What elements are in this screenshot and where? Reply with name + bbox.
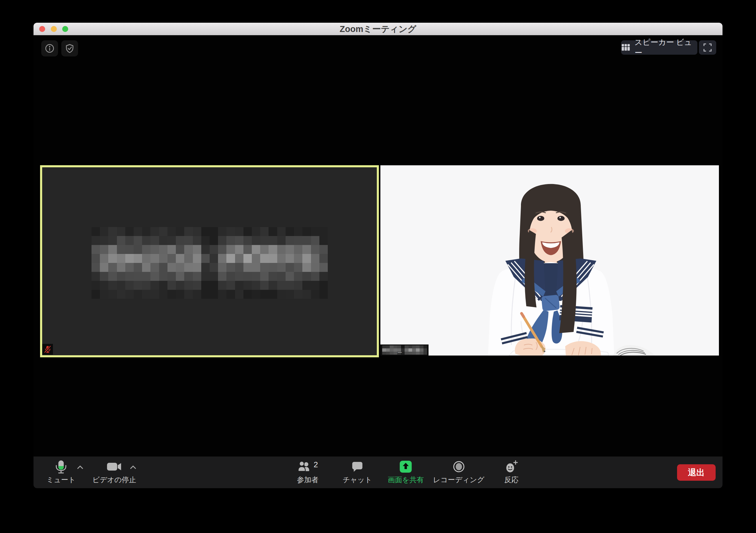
fullscreen-button[interactable] <box>699 40 716 55</box>
chevron-up-icon <box>129 465 137 470</box>
muted-mic-icon <box>43 345 52 353</box>
stop-video-button[interactable]: ビデオの停止 <box>93 460 136 485</box>
record-label: レコーディング <box>433 475 484 485</box>
titlebar: Zoomミーティング <box>34 23 722 35</box>
chat-label: チャット <box>343 475 372 485</box>
mute-options-chevron[interactable] <box>77 465 84 471</box>
chat-icon <box>351 460 364 473</box>
video-camera-icon <box>106 461 122 473</box>
gallery-grid-icon <box>621 43 631 52</box>
info-icon <box>44 43 55 54</box>
chat-button[interactable]: チャット <box>343 460 372 485</box>
record-icon <box>452 460 465 473</box>
speaker-view-label: スピーカー ビュー <box>634 37 697 58</box>
participants-count: 2 <box>314 460 318 470</box>
reactions-button[interactable]: 反応 <box>504 460 519 485</box>
mute-label: ミュート <box>46 475 76 485</box>
meeting-toolbar: ミュート ビデオの停止 <box>34 457 722 488</box>
desktop: Zoomミーティング スピーカー ビュー <box>0 0 756 533</box>
participants-button[interactable]: 2 参加者 <box>297 460 318 485</box>
remote-participant-tile[interactable]: _ <box>380 165 719 356</box>
name-underscore-char: _ <box>398 345 402 353</box>
share-screen-label: 画面を共有 <box>388 475 424 485</box>
leave-label: 退出 <box>688 467 705 478</box>
shield-check-icon <box>65 43 75 54</box>
censored-name-mosaic <box>92 227 328 299</box>
record-button[interactable]: レコーディング <box>433 460 484 485</box>
meeting-info-button[interactable] <box>41 40 58 57</box>
stop-video-label: ビデオの停止 <box>93 475 136 485</box>
censored-name-mosaic-small <box>382 345 427 355</box>
participants-icon <box>298 460 311 473</box>
muted-indicator <box>42 344 53 355</box>
reactions-label: 反応 <box>504 475 519 485</box>
window-title: Zoomミーティング <box>34 23 722 35</box>
mute-button[interactable]: ミュート <box>46 460 76 485</box>
zoom-meeting-window: Zoomミーティング スピーカー ビュー <box>34 23 722 488</box>
active-speaker-tile[interactable] <box>40 165 379 357</box>
leave-button[interactable]: 退出 <box>677 464 716 481</box>
participants-label: 参加者 <box>297 475 318 485</box>
remote-participant-video <box>380 166 719 356</box>
fullscreen-icon <box>702 42 713 53</box>
mic-icon <box>53 460 69 474</box>
security-button[interactable] <box>61 40 78 57</box>
speaker-view-button[interactable]: スピーカー ビュー <box>621 40 697 55</box>
share-screen-button[interactable]: 画面を共有 <box>388 460 424 485</box>
video-options-chevron[interactable] <box>129 465 137 471</box>
chevron-up-icon <box>77 465 84 470</box>
share-screen-icon <box>399 460 412 473</box>
remote-name-label: _ <box>380 344 428 356</box>
reactions-icon <box>504 460 519 474</box>
